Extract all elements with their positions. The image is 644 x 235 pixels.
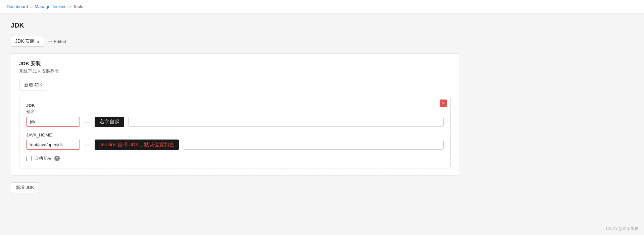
- chevron-down-icon: ▲: [37, 40, 40, 43]
- jdk-card-close-button[interactable]: ×: [440, 100, 447, 107]
- section-box-title: JDK 安装: [19, 61, 451, 67]
- alias-field-group: 别名 ← 名字自起: [26, 109, 444, 127]
- bottom-btn-row: 新增 JDK: [11, 182, 459, 193]
- page-content: JDK JDK 安装 ▲ ✏ Edited JDK 安装 系统下JDK 安装列表…: [0, 13, 470, 201]
- auto-install-label: 自动安装: [34, 155, 52, 161]
- auto-install-row: 自动安装 ?: [26, 155, 444, 161]
- help-icon[interactable]: ?: [54, 156, 60, 161]
- jdk-card-label: JDK: [26, 103, 444, 108]
- breadcrumb-sep-1: >: [30, 4, 33, 9]
- java-home-field-row: ← Jenkins 自带 JDK，默认位置如左: [26, 140, 444, 150]
- auto-install-checkbox[interactable]: [26, 156, 32, 161]
- alias-wide-input[interactable]: [128, 117, 444, 127]
- alias-input[interactable]: [26, 117, 80, 127]
- breadcrumb-sep-2: >: [68, 4, 71, 9]
- jdk-tab-button[interactable]: JDK 安装 ▲: [11, 36, 44, 47]
- jdk-tab-label: JDK 安装: [15, 38, 35, 44]
- breadcrumb-tools: Tools: [73, 4, 83, 9]
- java-home-input[interactable]: [26, 140, 80, 150]
- alias-field-row: ← 名字自起: [26, 117, 444, 127]
- java-home-label: JAVA_HOME: [26, 132, 444, 138]
- breadcrumb: Dashboard > Manage Jenkins > Tools: [0, 0, 644, 13]
- java-home-arrow-icon: ←: [84, 141, 91, 149]
- edited-badge: ✏ Edited: [48, 39, 66, 44]
- breadcrumb-manage-jenkins[interactable]: Manage Jenkins: [35, 4, 66, 9]
- pencil-icon: ✏: [48, 39, 52, 44]
- java-home-annotation: Jenkins 自带 JDK，默认位置如左: [95, 140, 179, 150]
- page-title: JDK: [11, 22, 459, 29]
- alias-arrow-icon: ←: [84, 118, 91, 126]
- section-box-subtitle: 系统下JDK 安装列表: [19, 68, 451, 74]
- section-header: JDK 安装 ▲ ✏ Edited: [11, 36, 459, 47]
- java-home-field-group: JAVA_HOME ← Jenkins 自带 JDK，默认位置如左: [26, 132, 444, 150]
- java-home-wide-input[interactable]: [183, 140, 444, 150]
- alias-annotation: 名字自起: [95, 117, 124, 127]
- breadcrumb-dashboard[interactable]: Dashboard: [7, 4, 28, 9]
- add-jdk-bottom-button[interactable]: 新增 JDK: [11, 182, 39, 193]
- add-jdk-top-button[interactable]: 新增 JDK: [19, 80, 47, 90]
- alias-label: 别名: [26, 109, 444, 115]
- jdk-section-box: JDK 安装 系统下JDK 安装列表 新增 JDK × JDK 别名 ← 名字自…: [11, 53, 459, 175]
- jdk-card: × JDK 别名 ← 名字自起 JAVA_HOME ← Jenkins 自带 J: [19, 96, 451, 168]
- edited-label: Edited: [54, 39, 66, 44]
